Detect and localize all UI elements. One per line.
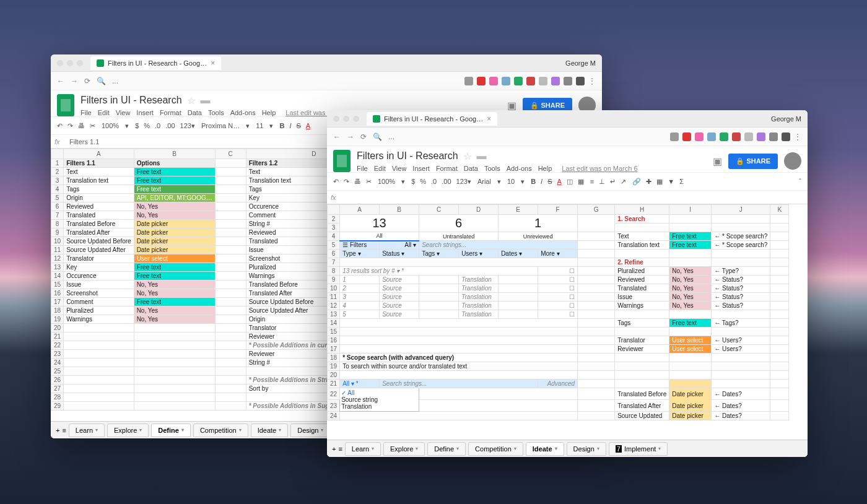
menu-help[interactable]: Help: [262, 109, 276, 116]
menu-file[interactable]: File: [357, 165, 368, 172]
avatar[interactable]: [784, 152, 801, 170]
all-sheets-icon[interactable]: ≡: [62, 427, 66, 434]
menu-view[interactable]: View: [392, 165, 407, 172]
back-icon[interactable]: ←: [57, 77, 64, 85]
menu-insert[interactable]: Insert: [412, 165, 430, 172]
doc-title[interactable]: Filters in UI - Research: [357, 150, 458, 162]
sheet-tab-design[interactable]: Design ▾: [290, 424, 330, 437]
formula-bar[interactable]: fx: [327, 191, 808, 204]
comment-icon[interactable]: ▣: [713, 155, 722, 167]
close-icon[interactable]: ×: [487, 115, 491, 123]
sheets-logo-icon[interactable]: [57, 94, 74, 116]
menu-bar[interactable]: FileEditViewInsertFormatDataToolsAdd-ons…: [81, 109, 362, 116]
doc-title[interactable]: Filters in UI - Research: [81, 95, 182, 106]
browser-tab[interactable]: Filters in UI - Research - Goog…×: [90, 56, 221, 70]
sheet-tab-define[interactable]: Define ▾: [151, 424, 191, 437]
menu-data[interactable]: Data: [464, 165, 478, 172]
spreadsheet[interactable]: ABCDEFGHIJK213611. Search34AllUntranslat…: [327, 204, 808, 457]
sheet-tab-ideate[interactable]: Ideate ▾: [526, 442, 564, 456]
reload-icon[interactable]: ⟳: [84, 77, 90, 85]
user-label: George M: [565, 59, 596, 67]
folder-icon[interactable]: ▬: [201, 95, 211, 106]
window-2: Filters in UI - Research - Goog…× George…: [327, 110, 808, 457]
sheet-tab-learn[interactable]: Learn ▾: [69, 424, 105, 437]
sheet-tab-competition[interactable]: Competition ▾: [468, 442, 523, 456]
close-icon[interactable]: ×: [211, 59, 215, 67]
add-sheet-icon[interactable]: +: [56, 427, 59, 434]
user-label: George M: [771, 115, 801, 123]
menu-edit[interactable]: Edit: [98, 109, 110, 116]
sheet-tab-implement[interactable]: 7 Implement ▾: [609, 442, 668, 456]
sheet-tab-competition[interactable]: Competition ▾: [193, 424, 248, 437]
sheet-tabs[interactable]: + ≡ Learn ▾Explore ▾Define ▾Competition …: [327, 440, 808, 457]
sheet-tab-ideate[interactable]: Ideate ▾: [251, 424, 289, 437]
menu-file[interactable]: File: [81, 109, 92, 116]
browser-tab[interactable]: Filters in UI - Research - Goog…×: [367, 112, 497, 126]
sheets-icon: [97, 59, 104, 67]
menu-add-ons[interactable]: Add-ons: [230, 109, 256, 116]
all-sheets-icon[interactable]: ≡: [338, 445, 342, 453]
url-bar[interactable]: ←→⟳ 🔍... ⋮: [51, 72, 602, 90]
menu-format[interactable]: Format: [436, 165, 458, 172]
sheets-logo-icon[interactable]: [333, 150, 351, 172]
sheet-tab-define[interactable]: Define ▾: [427, 442, 466, 456]
menu-add-ons[interactable]: Add-ons: [507, 165, 532, 172]
menu-format[interactable]: Format: [160, 109, 181, 116]
titlebar[interactable]: Filters in UI - Research - Goog…× George…: [327, 110, 808, 128]
last-edit[interactable]: Last edit was on March 6: [562, 165, 637, 172]
share-button[interactable]: 🔒 SHARE: [728, 154, 778, 169]
menu-bar[interactable]: FileEditViewInsertFormatDataToolsAdd-ons…: [357, 165, 638, 172]
add-sheet-icon[interactable]: +: [332, 445, 336, 453]
app-header: Filters in UI - Research☆▬ FileEditViewI…: [327, 146, 808, 172]
sheet-tab-learn[interactable]: Learn ▾: [345, 442, 381, 456]
menu-view[interactable]: View: [116, 109, 131, 116]
comment-icon[interactable]: ▣: [507, 100, 516, 111]
menu-tools[interactable]: Tools: [208, 109, 224, 116]
fwd-icon[interactable]: →: [71, 77, 78, 85]
sheets-icon: [373, 115, 380, 123]
menu-insert[interactable]: Insert: [136, 109, 154, 116]
menu-help[interactable]: Help: [538, 165, 552, 172]
sheet-tab-design[interactable]: Design ▾: [567, 442, 606, 456]
sheet-tab-explore[interactable]: Explore ▾: [383, 442, 425, 456]
sheet-tab-explore[interactable]: Explore ▾: [107, 424, 149, 437]
toolbar[interactable]: ↶↷🖶✂ 100%▾ $%.0.00123▾ Arial▾10▾ BISA◫▦ …: [327, 172, 808, 191]
star-icon[interactable]: ☆: [187, 95, 196, 106]
menu-edit[interactable]: Edit: [374, 165, 386, 172]
menu-tools[interactable]: Tools: [484, 165, 500, 172]
url-bar[interactable]: ←→⟳🔍... ⋮: [327, 128, 808, 146]
titlebar[interactable]: Filters in UI - Research - Goog…× George…: [51, 54, 602, 72]
menu-data[interactable]: Data: [188, 109, 202, 116]
